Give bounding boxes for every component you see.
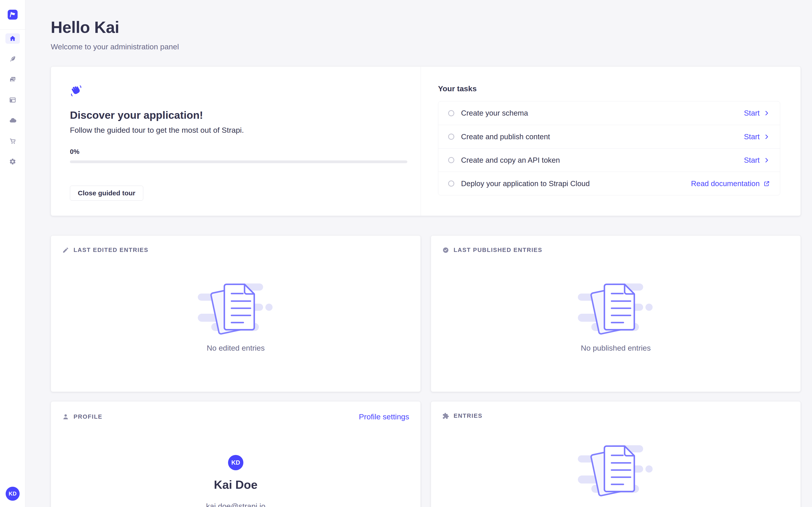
sidebar-item-content-manager[interactable] bbox=[5, 54, 20, 64]
task-label: Create and publish content bbox=[461, 132, 550, 141]
task-row-publish-content: Create and publish content Start bbox=[438, 125, 780, 148]
task-label: Create and copy an API token bbox=[461, 156, 560, 165]
chevron-right-icon bbox=[763, 133, 770, 140]
task-action-label: Start bbox=[744, 109, 760, 117]
sidebar-item-marketplace[interactable] bbox=[5, 136, 20, 146]
task-row-create-schema: Create your schema Start bbox=[438, 101, 780, 125]
sidebar: KD bbox=[0, 0, 25, 507]
puzzle-icon bbox=[442, 412, 449, 419]
last-published-entries-card: LAST PUBLISHED ENTRIES No published entr… bbox=[431, 235, 801, 392]
entries-card: ENTRIES No published entries bbox=[431, 401, 801, 507]
chevron-right-icon bbox=[763, 157, 770, 164]
guided-tour-panel: Discover your application! Follow the gu… bbox=[51, 67, 421, 216]
guided-tour-title: Discover your application! bbox=[70, 109, 407, 121]
task-action-label: Read documentation bbox=[691, 179, 760, 188]
task-status-circle bbox=[448, 133, 454, 140]
progress-bar bbox=[70, 160, 407, 163]
page-subtitle: Welcome to your administration panel bbox=[51, 42, 179, 51]
empty-state-caption: No published entries bbox=[581, 344, 651, 352]
sidebar-item-media-library[interactable] bbox=[5, 74, 20, 85]
empty-documents-illustration bbox=[576, 280, 655, 337]
widget-title: LAST PUBLISHED ENTRIES bbox=[454, 246, 543, 253]
settings-gear-icon bbox=[9, 158, 16, 165]
task-status-circle bbox=[448, 157, 454, 163]
tasks-list: Create your schema Start Create and publ… bbox=[438, 101, 780, 195]
task-start-link[interactable]: Start bbox=[744, 109, 770, 117]
person-icon bbox=[62, 413, 69, 420]
profile-settings-link[interactable]: Profile settings bbox=[359, 412, 409, 421]
empty-state-caption: No edited entries bbox=[207, 344, 265, 352]
profile-name: Kai Doe bbox=[214, 478, 258, 492]
workspace-logo-button[interactable] bbox=[0, 0, 25, 30]
pencil-icon bbox=[62, 247, 69, 253]
empty-state-caption: No published entries bbox=[581, 505, 651, 507]
marketplace-cart-icon bbox=[9, 137, 16, 145]
tasks-title: Your tasks bbox=[438, 84, 780, 93]
widget-title: PROFILE bbox=[73, 413, 102, 420]
external-link-icon bbox=[763, 180, 770, 187]
page-title: Hello Kai bbox=[51, 18, 179, 37]
profile-email: kai.doe@strapi.io bbox=[206, 502, 265, 507]
cloud-icon bbox=[9, 117, 16, 124]
sidebar-item-cloud[interactable] bbox=[5, 115, 20, 126]
sidebar-item-content-type-builder[interactable] bbox=[5, 95, 20, 105]
user-avatar-button[interactable]: KD bbox=[6, 487, 19, 501]
sidebar-item-settings[interactable] bbox=[5, 156, 20, 167]
widget-title: ENTRIES bbox=[454, 412, 483, 419]
task-status-circle bbox=[448, 110, 454, 116]
profile-avatar: KD bbox=[228, 455, 243, 470]
task-row-api-token: Create and copy an API token Start bbox=[438, 148, 780, 172]
check-circle-icon bbox=[442, 247, 449, 253]
widget-title: LAST EDITED ENTRIES bbox=[73, 246, 148, 253]
tasks-panel: Your tasks Create your schema Start Crea… bbox=[421, 67, 801, 216]
chevron-right-icon bbox=[763, 110, 770, 116]
guided-tour-subtitle: Follow the guided tour to get the most o… bbox=[70, 126, 407, 134]
page-header: Hello Kai Welcome to your administration… bbox=[51, 18, 179, 51]
strapi-flag-icon bbox=[8, 10, 17, 19]
profile-avatar-initials: KD bbox=[232, 459, 240, 466]
task-start-link[interactable]: Start bbox=[744, 156, 770, 165]
task-label: Deploy your application to Strapi Cloud bbox=[461, 179, 590, 188]
sidebar-item-home[interactable] bbox=[5, 33, 20, 44]
last-edited-entries-card: LAST EDITED ENTRIES No edited entries bbox=[51, 235, 421, 392]
task-action-label: Start bbox=[744, 156, 760, 165]
content-type-builder-icon bbox=[9, 97, 16, 104]
empty-documents-illustration bbox=[576, 442, 655, 499]
strapi-logo bbox=[8, 10, 17, 19]
empty-documents-illustration bbox=[196, 280, 275, 337]
feather-icon bbox=[9, 55, 16, 63]
waving-hand-icon bbox=[70, 84, 83, 98]
task-read-documentation-link[interactable]: Read documentation bbox=[691, 179, 770, 188]
progress-label: 0% bbox=[70, 148, 407, 156]
media-library-icon bbox=[9, 76, 16, 83]
task-action-label: Start bbox=[744, 132, 760, 141]
task-start-link[interactable]: Start bbox=[744, 132, 770, 141]
close-guided-tour-button[interactable]: Close guided tour bbox=[70, 186, 143, 201]
task-row-deploy-cloud: Deploy your application to Strapi Cloud … bbox=[438, 172, 780, 195]
task-label: Create your schema bbox=[461, 109, 528, 117]
home-icon bbox=[9, 35, 16, 42]
user-avatar-initials: KD bbox=[9, 491, 17, 497]
guided-tour-card: Discover your application! Follow the gu… bbox=[51, 66, 801, 216]
task-status-circle bbox=[448, 180, 454, 186]
profile-card: PROFILE Profile settings KD Kai Doe kai.… bbox=[51, 401, 421, 507]
